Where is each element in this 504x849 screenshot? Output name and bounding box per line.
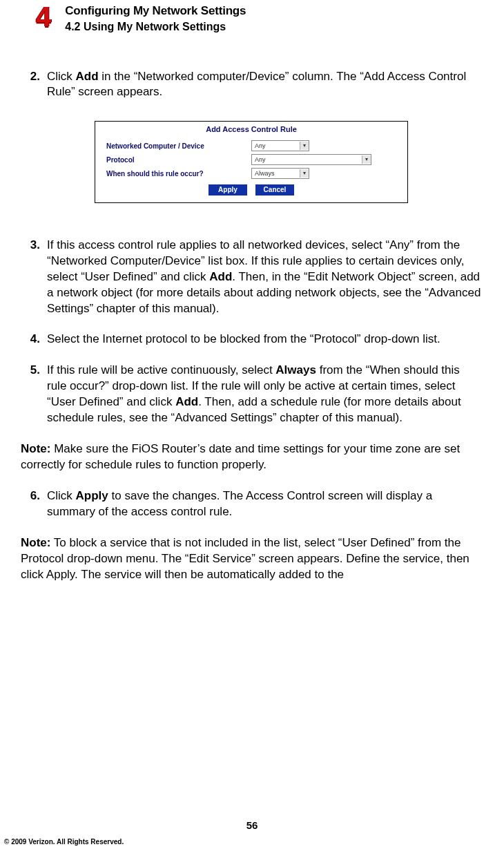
chevron-down-icon: ▾ bbox=[362, 155, 371, 164]
text: Click bbox=[47, 70, 76, 83]
page-number: 56 bbox=[0, 819, 504, 832]
header-titles: Configuring My Network Settings 4.2 Usin… bbox=[65, 3, 246, 35]
step-text: Click Apply to save the changes. The Acc… bbox=[47, 488, 482, 520]
step-number: 4. bbox=[21, 332, 47, 347]
figure-wrap: Add Access Control Rule Networked Comput… bbox=[21, 121, 482, 202]
page-header: 4 Configuring My Network Settings 4.2 Us… bbox=[36, 3, 483, 35]
apply-button[interactable]: Apply bbox=[209, 184, 247, 195]
step-2: 2. Click Add in the “Networked computer/… bbox=[21, 69, 482, 101]
step-5: 5. If this rule will be active continuou… bbox=[21, 363, 482, 426]
chapter-title: Configuring My Network Settings bbox=[65, 3, 246, 19]
note-label: Note: bbox=[21, 442, 50, 455]
note-1: Note: Make sure the FiOS Router’s date a… bbox=[21, 441, 482, 473]
bold-add: Add bbox=[209, 270, 232, 283]
step-number: 5. bbox=[21, 363, 47, 426]
bold-always: Always bbox=[275, 363, 316, 376]
step-text: Click Add in the “Networked computer/Dev… bbox=[47, 69, 482, 101]
step-text: If this rule will be active continuously… bbox=[47, 363, 482, 426]
figure-buttons: Apply Cancel bbox=[95, 180, 407, 202]
figure-label: Protocol bbox=[106, 155, 251, 165]
figure-row-protocol: Protocol Any ▾ bbox=[95, 153, 407, 166]
copyright-text: © 2009 Verizon. All Rights Reserved. bbox=[4, 837, 124, 847]
cancel-button[interactable]: Cancel bbox=[255, 184, 294, 195]
note-text: Make sure the FiOS Router’s date and tim… bbox=[21, 442, 460, 471]
note-2: Note: To block a service that is not inc… bbox=[21, 535, 482, 583]
step-6: 6. Click Apply to save the changes. The … bbox=[21, 488, 482, 520]
note-label: Note: bbox=[21, 536, 50, 549]
step-number: 2. bbox=[21, 69, 47, 101]
note-text: To block a service that is not included … bbox=[21, 536, 469, 581]
select-value: Always bbox=[255, 169, 275, 178]
text: If this rule will be active continuously… bbox=[47, 363, 275, 376]
select-value: Any bbox=[255, 142, 266, 150]
content-area: 2. Click Add in the “Networked computer/… bbox=[15, 69, 483, 583]
step-4: 4. Select the Internet protocol to be bl… bbox=[21, 332, 482, 347]
figure-row-when: When should this rule occur? Always ▾ bbox=[95, 166, 407, 180]
step-text: If this access control rule applies to a… bbox=[47, 238, 482, 317]
chevron-down-icon: ▾ bbox=[300, 169, 309, 178]
figure-label: Networked Computer / Device bbox=[106, 142, 251, 151]
select-value: Any bbox=[255, 155, 266, 164]
step-3: 3. If this access control rule applies t… bbox=[21, 238, 482, 317]
add-access-control-rule-figure: Add Access Control Rule Networked Comput… bbox=[95, 121, 408, 202]
device-select[interactable]: Any ▾ bbox=[251, 140, 309, 151]
figure-row-device: Networked Computer / Device Any ▾ bbox=[95, 139, 407, 153]
bold-apply: Apply bbox=[76, 489, 108, 502]
bold-add: Add bbox=[175, 395, 198, 408]
section-title: 4.2 Using My Network Settings bbox=[65, 19, 246, 35]
step-number: 3. bbox=[21, 238, 47, 317]
chapter-number: 4 bbox=[36, 3, 51, 30]
figure-title: Add Access Control Rule bbox=[95, 122, 407, 139]
figure-label: When should this rule occur? bbox=[106, 169, 251, 179]
when-select[interactable]: Always ▾ bbox=[251, 168, 309, 179]
text: Select the Internet protocol to be block… bbox=[47, 332, 440, 345]
text: Click bbox=[47, 489, 76, 502]
protocol-select[interactable]: Any ▾ bbox=[251, 154, 371, 165]
step-text: Select the Internet protocol to be block… bbox=[47, 332, 482, 347]
bold-add: Add bbox=[76, 70, 99, 83]
text: in the “Networked computer/Device” colum… bbox=[47, 70, 466, 99]
chevron-down-icon: ▾ bbox=[300, 142, 309, 150]
step-number: 6. bbox=[21, 488, 47, 520]
